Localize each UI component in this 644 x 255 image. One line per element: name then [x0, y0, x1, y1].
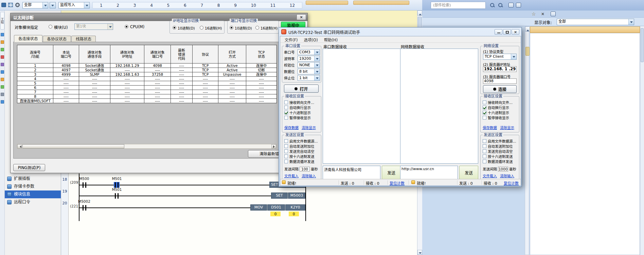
checkbox-row[interactable]: 发送完自动清空	[284, 149, 318, 154]
checkbox-row[interactable]: 数据流循环发送	[284, 159, 318, 164]
gear-icon[interactable]	[15, 3, 20, 8]
window-tab[interactable]	[353, 1, 409, 5]
link[interactable]: 清除显示	[500, 125, 514, 130]
checkbox[interactable]	[483, 160, 486, 163]
checkbox[interactable]	[284, 139, 288, 143]
link[interactable]: 文件载入	[483, 173, 497, 178]
menu-item[interactable]: 选项(O)	[301, 36, 321, 42]
checkbox-row[interactable]: 启用文件数据源...	[284, 139, 318, 144]
checkbox[interactable]	[284, 101, 288, 104]
module-number-dropdown[interactable]: 第1块	[74, 23, 113, 30]
scrollbar-thumb[interactable]	[641, 28, 644, 62]
advanced-search-icon[interactable]	[498, 2, 503, 8]
table-row[interactable]: 14098Socket通信192.168.1.294098----TCPActi…	[17, 63, 277, 68]
port-hex-radio[interactable]	[255, 26, 259, 30]
table-row[interactable]: 6--------------------------------	[17, 86, 277, 90]
interval-input[interactable]: 1000	[498, 167, 508, 171]
filter-dropdown[interactable]: 全部	[22, 2, 48, 8]
module-radio[interactable]	[49, 25, 52, 29]
nav-item[interactable]: 远程口令	[5, 198, 61, 206]
tool-icon[interactable]	[1, 48, 4, 51]
checkbox-row[interactable]: 接收转向文件...	[483, 100, 513, 105]
operand-box[interactable]: K2Y0	[285, 204, 305, 211]
window-icon[interactable]	[1, 3, 6, 8]
serial-receive-area[interactable]	[323, 49, 401, 164]
vertical-scrollbar[interactable]	[525, 26, 529, 255]
server-port-input[interactable]: 4098	[483, 78, 517, 84]
serial-send-button[interactable]: 发送	[382, 166, 401, 179]
server-ip-input[interactable]: 192.168. 1 .29	[483, 66, 517, 72]
table-row[interactable]: 4--------------------------------	[17, 77, 277, 81]
serial-reset-count-link[interactable]: 复位计数	[390, 180, 405, 186]
instruction-box[interactable]: MOV	[250, 204, 267, 211]
protocol-dropdown[interactable]: TCP Client	[483, 54, 517, 60]
table-row[interactable]: 5--------------------------------	[17, 81, 277, 86]
checkbox-row[interactable]: 发送完自动清空	[483, 149, 516, 154]
monitor-mode-dropdown[interactable]: 监视写入	[58, 2, 90, 8]
link[interactable]: 清除输入	[500, 173, 514, 178]
ip-hex-radio[interactable]	[200, 26, 203, 30]
connect-button[interactable]: 连接	[483, 85, 517, 93]
checkbox-row[interactable]: 自动发送附加位	[284, 144, 318, 149]
panel-icon[interactable]	[551, 12, 556, 16]
tool-icon[interactable]	[1, 70, 4, 74]
checkbox-row[interactable]: 按十六进制发送	[284, 154, 318, 159]
window-titlebar[interactable]: USR-TCP232-Test 串口转网络调试助手 ×	[279, 28, 521, 36]
network-receive-area[interactable]	[400, 49, 478, 164]
scroll-up-arrow[interactable]	[417, 11, 422, 16]
contact-symbol[interactable]	[115, 193, 119, 199]
checkbox[interactable]	[284, 116, 288, 120]
link[interactable]: 保存数据	[284, 125, 299, 130]
tool-icon[interactable]	[1, 33, 4, 36]
checkbox[interactable]	[483, 111, 486, 114]
menu-item[interactable]: 帮助(H)	[321, 36, 341, 42]
serial-send-input[interactable]: 济南有人科技有限公司	[323, 166, 380, 179]
checkbox[interactable]	[284, 154, 288, 158]
field-dropdown[interactable]: 8 bit	[298, 69, 320, 74]
scrollbar-thumb[interactable]	[525, 47, 530, 56]
search-icon[interactable]	[489, 2, 495, 8]
contact-symbol[interactable]	[83, 182, 86, 188]
diag-tab[interactable]: 线路状态	[71, 36, 96, 42]
checkbox[interactable]	[284, 160, 288, 163]
checkbox-row[interactable]: 十六进制显示	[284, 110, 314, 115]
port-decimal-radio[interactable]	[230, 26, 233, 30]
chevron-down-icon[interactable]	[314, 75, 320, 80]
diag-tab[interactable]: 各连接状态	[14, 35, 42, 42]
selected-row[interactable]	[530, 26, 640, 33]
open-serial-button[interactable]: 打开	[284, 85, 319, 93]
table-row[interactable]: 24097Socket通信------------TCPActive切断	[17, 68, 277, 72]
menu-item[interactable]: 文件(F)	[282, 36, 301, 42]
operand-box[interactable]: D501	[267, 204, 285, 211]
table-row[interactable]: 34999SLMP192.168.1.6337258----TCPUnpassi…	[17, 72, 277, 77]
link[interactable]: 保存数据	[483, 125, 497, 130]
chevron-down-icon[interactable]	[314, 56, 320, 61]
ip-decimal-radio[interactable]	[173, 26, 176, 30]
nav-item[interactable]: 存储卡参数	[5, 183, 61, 190]
project-tab[interactable]: 工程	[0, 12, 4, 30]
network-send-input[interactable]: http://www.usr.cn	[400, 166, 458, 179]
scroll-down-arrow[interactable]	[417, 250, 422, 255]
tool-icon[interactable]	[1, 55, 4, 59]
close-button[interactable]: ×	[297, 14, 306, 20]
tool-icon[interactable]	[1, 63, 4, 66]
tool-icon[interactable]	[1, 100, 4, 104]
checkbox-row[interactable]: 接收转向文件...	[284, 100, 314, 105]
maximize-button[interactable]	[503, 29, 511, 35]
close-button[interactable]: ×	[512, 29, 519, 35]
nav-item[interactable]: 模块信息	[5, 190, 61, 198]
checkbox-row[interactable]: 数据流循环发送	[483, 159, 516, 164]
checkbox-row[interactable]: 暂停接收显示	[284, 115, 314, 120]
star-icon[interactable]: ☆	[532, 11, 536, 17]
checkbox-row[interactable]: 十六进制显示	[483, 110, 513, 115]
field-dropdown[interactable]: COM3	[298, 49, 320, 55]
nav-item[interactable]: 扩展插板	[5, 175, 61, 183]
instruction-box[interactable]: SET	[271, 193, 288, 199]
vertical-scrollbar[interactable]	[640, 26, 644, 255]
search-input[interactable]: (部件检索)	[431, 2, 486, 9]
dialog-titlebar[interactable]: 以太网诊断 ×	[11, 13, 307, 21]
chevron-down-icon[interactable]	[314, 62, 320, 68]
checkbox[interactable]	[284, 149, 288, 153]
chevron-down-icon[interactable]	[50, 2, 55, 8]
ladder-rung[interactable]	[79, 207, 250, 208]
